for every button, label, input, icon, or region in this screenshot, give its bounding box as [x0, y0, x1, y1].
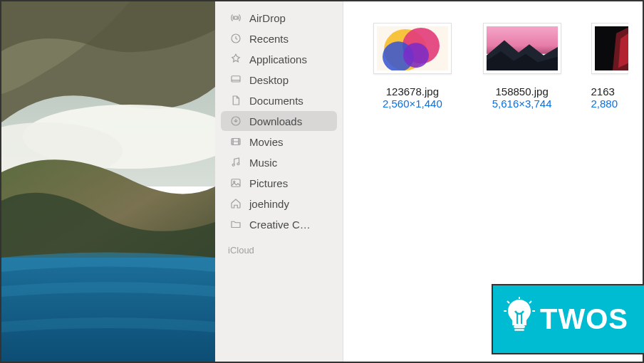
file-item[interactable]: 123678.jpg 2,560×1,440 — [372, 23, 453, 110]
sidebar-item-home[interactable]: joehindy — [221, 194, 337, 214]
sidebar-item-label: Recents — [249, 33, 289, 45]
svg-point-10 — [237, 163, 239, 165]
document-icon — [229, 94, 242, 107]
sidebar-item-pictures[interactable]: Pictures — [221, 173, 337, 193]
svg-rect-21 — [514, 329, 524, 331]
svg-rect-3 — [1, 258, 215, 362]
file-dimensions: 2,880 — [591, 98, 618, 110]
sidebar-item-label: Documents — [249, 95, 303, 107]
svg-rect-20 — [514, 325, 525, 328]
sidebar-item-recents[interactable]: Recents — [221, 28, 337, 48]
home-icon — [229, 197, 242, 210]
svg-rect-6 — [232, 76, 240, 82]
svg-line-26 — [529, 301, 531, 303]
sidebar-item-label: Desktop — [249, 74, 289, 86]
file-thumbnail — [483, 23, 561, 74]
sidebar-item-documents[interactable]: Documents — [221, 90, 337, 110]
watermark-badge: TWOS — [492, 284, 644, 354]
sidebar-item-label: Downloads — [249, 115, 302, 127]
watermark-text: TWOS — [540, 303, 628, 335]
sidebar-item-label: Creative C… — [249, 219, 311, 231]
sidebar-item-applications[interactable]: Applications — [221, 49, 337, 69]
airdrop-icon — [229, 11, 242, 24]
sidebar-item-label: Pictures — [249, 177, 288, 189]
lightbulb-icon — [503, 297, 536, 342]
clock-icon — [229, 32, 242, 45]
svg-point-17 — [403, 43, 429, 68]
sidebar-item-creative-cloud[interactable]: Creative C… — [221, 214, 337, 234]
file-item[interactable]: 158850.jpg 5,616×3,744 — [482, 23, 563, 110]
file-name: 158850.jpg — [496, 85, 549, 98]
file-dimensions: 2,560×1,440 — [383, 98, 442, 110]
file-name: 2163 — [591, 85, 615, 98]
finder-sidebar: AirDrop Recents Applications Desktop Doc — [215, 1, 343, 362]
download-icon — [229, 115, 242, 127]
desktop-icon — [229, 73, 242, 86]
sidebar-item-label: Movies — [249, 136, 284, 148]
desktop-wallpaper — [1, 1, 215, 362]
sidebar-item-music[interactable]: Music — [221, 152, 337, 172]
file-name: 123678.jpg — [386, 85, 439, 98]
svg-point-4 — [234, 16, 238, 20]
sidebar-item-downloads[interactable]: Downloads — [221, 111, 337, 131]
sidebar-item-label: Applications — [249, 53, 307, 65]
sidebar-item-airdrop[interactable]: AirDrop — [221, 8, 337, 28]
music-icon — [229, 156, 242, 169]
sidebar-item-desktop[interactable]: Desktop — [221, 70, 337, 90]
sidebar-item-label: Music — [249, 157, 277, 169]
file-item[interactable]: 2163 2,880 — [591, 23, 629, 110]
sidebar-item-label: AirDrop — [249, 12, 286, 24]
folder-icon — [229, 218, 242, 231]
file-dimensions: 5,616×3,744 — [492, 98, 552, 110]
file-thumbnail — [373, 23, 452, 74]
svg-line-25 — [507, 301, 509, 303]
sidebar-section-icloud: iCloud — [215, 235, 343, 258]
pictures-icon — [229, 177, 242, 189]
sidebar-item-label: joehindy — [249, 198, 289, 210]
file-thumbnail — [591, 23, 629, 74]
sidebar-item-movies[interactable]: Movies — [221, 132, 337, 152]
svg-point-9 — [232, 164, 234, 166]
apps-icon — [229, 53, 242, 65]
svg-rect-11 — [232, 179, 240, 187]
movies-icon — [229, 135, 242, 148]
